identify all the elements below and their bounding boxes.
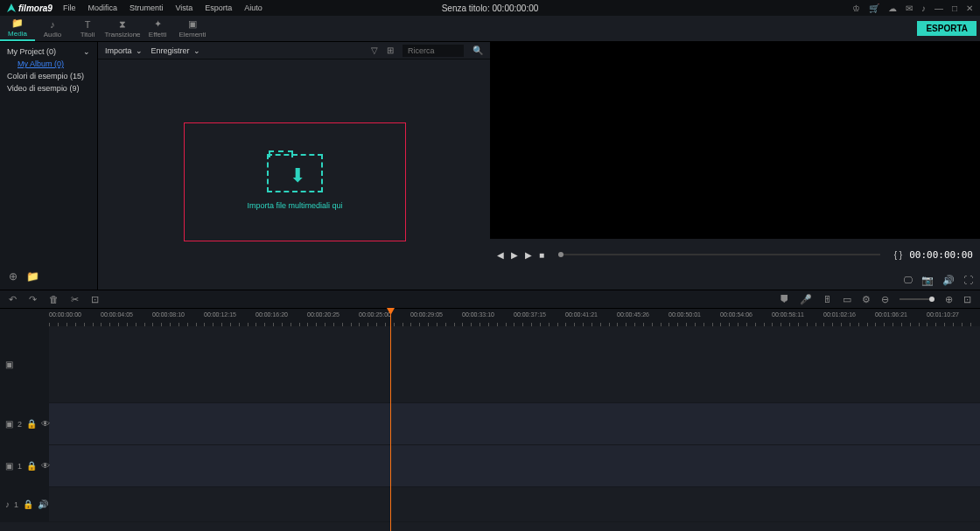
eye-icon[interactable]: 👁 — [41, 419, 50, 429]
ruler-mark: 00:01:02:16 — [823, 311, 856, 318]
tab-effetti[interactable]: ✦ Effetti — [140, 17, 175, 41]
arrow-down-icon: ⬇ — [290, 164, 305, 187]
track-head-spacer: ▣ — [0, 326, 49, 402]
folder-icon: 📁 — [11, 17, 24, 29]
split-icon[interactable]: ✂ — [71, 294, 79, 305]
import-text: Importa file multimediali qui — [247, 201, 342, 210]
preview-panel: ◀ ▶ ▶ ■ { } 00:00:00:00 🖵 📷 🔊 ⛶ — [490, 42, 980, 290]
lock-icon[interactable]: 🔒 — [26, 461, 37, 471]
media-toolbar: Importa ⌄ Enregistrer ⌄ ▽ ⊞ 🔍 — [98, 42, 490, 59]
tab-titoli[interactable]: T Titoli — [70, 17, 105, 41]
close-icon[interactable]: ✕ — [966, 3, 973, 13]
project-icon: ▣ — [5, 360, 13, 369]
lock-icon[interactable]: 🔒 — [26, 419, 37, 429]
ruler-mark: 00:00:33:10 — [462, 311, 494, 318]
text-icon: T — [85, 19, 91, 30]
minimize-icon[interactable]: — — [934, 3, 943, 13]
maximize-icon[interactable]: □ — [952, 3, 957, 13]
progress-thumb[interactable] — [558, 252, 564, 257]
mixer-icon[interactable]: 🎚 — [822, 294, 832, 304]
track-head-a1: ♪ 1 🔒 🔊 — [0, 487, 49, 521]
user-icon[interactable]: ♔ — [852, 3, 860, 13]
progress-bar[interactable] — [558, 254, 880, 255]
track-video-2[interactable]: ▣ 2 🔒 👁 — [0, 403, 980, 445]
ruler-mark: 00:00:41:21 — [565, 311, 598, 318]
fullscreen-icon[interactable]: ⛶ — [963, 275, 973, 285]
add-folder-icon[interactable]: ⊕ — [9, 270, 18, 283]
message-icon[interactable]: ✉ — [906, 3, 913, 13]
play-icon[interactable]: ▶ — [511, 250, 518, 260]
camera-icon[interactable]: 📷 — [921, 275, 934, 286]
track-audio-1[interactable]: ♪ 1 🔒 🔊 — [0, 487, 980, 522]
prev-icon[interactable]: ◀ — [497, 250, 504, 260]
tab-elementi[interactable]: ▣ Elementi — [175, 17, 210, 41]
menu-modifica[interactable]: Modifica — [88, 3, 117, 12]
mic-icon[interactable]: 🎤 — [800, 294, 812, 305]
brackets: { } — [894, 250, 902, 260]
redo-icon[interactable]: ↷ — [29, 294, 37, 305]
transition-icon: ⧗ — [119, 18, 126, 30]
playhead[interactable] — [390, 308, 391, 531]
monitor-icon[interactable]: 🖵 — [903, 275, 913, 285]
importa-dropdown[interactable]: Importa ⌄ — [105, 46, 143, 55]
ruler-mark: 00:00:16:20 — [256, 311, 288, 318]
sidebar-my-project[interactable]: My Project (0) ⌄ — [0, 45, 97, 58]
zoom-slider[interactable] — [900, 298, 934, 300]
chevron-down-icon: ⌄ — [83, 47, 90, 56]
ruler-mark: 00:00:50:01 — [668, 311, 701, 318]
bell-icon[interactable]: ♪ — [921, 3, 926, 13]
zoom-in-icon[interactable]: ⊕ — [945, 294, 953, 305]
fit-icon[interactable]: ⊡ — [963, 294, 971, 305]
menu-file[interactable]: File — [63, 3, 76, 12]
menu-aiuto[interactable]: Aiuto — [244, 3, 262, 12]
ruler-mark: 00:00:08:10 — [152, 311, 185, 318]
shield-icon[interactable]: ⛊ — [780, 294, 789, 304]
menu-strumenti[interactable]: Strumenti — [130, 3, 164, 12]
preview-bottom-bar: 🖵 📷 🔊 ⛶ — [490, 270, 980, 290]
preview-video[interactable] — [490, 42, 980, 239]
menu-esporta[interactable]: Esporta — [205, 3, 232, 12]
eye-icon[interactable]: 👁 — [41, 461, 50, 471]
sidebar-colori[interactable]: Colori di esempio (15) — [0, 70, 97, 82]
import-dropzone[interactable]: ⬇ Importa file multimediali qui — [184, 122, 406, 241]
search-input[interactable] — [402, 45, 464, 57]
tab-media[interactable]: 📁 Media — [0, 17, 35, 41]
menu-vista[interactable]: Vista — [175, 3, 192, 12]
ruler-mark: 00:00:58:11 — [772, 311, 804, 318]
ratio-icon[interactable]: ▭ — [843, 294, 851, 305]
ruler-mark: 00:00:04:05 — [101, 311, 133, 318]
music-icon: ♪ — [50, 19, 55, 30]
track-head-v1: ▣ 1 🔒 👁 — [0, 445, 49, 486]
search-icon[interactable]: 🔍 — [472, 45, 483, 55]
zoom-out-icon[interactable]: ⊖ — [881, 294, 889, 305]
tool-tabs: 📁 Media ♪ Audio T Titoli ⧗ Transizione ✦… — [0, 16, 980, 42]
zoom-thumb[interactable] — [929, 297, 934, 302]
tab-transizione[interactable]: ⧗ Transizione — [105, 17, 140, 41]
grid-icon[interactable]: ⊞ — [387, 45, 394, 55]
export-button[interactable]: ESPORTA — [917, 21, 976, 36]
undo-icon[interactable]: ↶ — [9, 294, 17, 305]
crop-icon[interactable]: ⊡ — [91, 294, 99, 305]
stop-icon[interactable]: ■ — [539, 250, 544, 260]
settings-icon[interactable]: ⚙ — [862, 294, 871, 305]
folder-icon[interactable]: 📁 — [26, 270, 39, 283]
track-video-1[interactable]: ▣ 1 🔒 👁 — [0, 445, 980, 487]
sidebar-video[interactable]: Video di esempio (9) — [0, 82, 97, 94]
lock-icon[interactable]: 🔒 — [23, 500, 33, 509]
ruler-mark: 00:01:10:27 — [927, 311, 959, 318]
volume-icon[interactable]: 🔊 — [942, 275, 955, 286]
titlebar: filmora9 File Modifica Strumenti Vista E… — [0, 0, 980, 16]
filter-icon[interactable]: ▽ — [371, 45, 378, 55]
delete-icon[interactable]: 🗑 — [49, 294, 59, 304]
cloud-icon[interactable]: ☁ — [888, 3, 897, 13]
import-folder-icon: ⬇ — [267, 154, 323, 192]
timeline-ruler[interactable]: 00:00:00:0000:00:04:0500:00:08:1000:00:1… — [0, 309, 980, 326]
sidebar-my-album[interactable]: My Album (0) — [0, 58, 97, 70]
cart-icon[interactable]: 🛒 — [869, 3, 879, 13]
enregistrer-dropdown[interactable]: Enregistrer ⌄ — [151, 46, 200, 55]
ruler-mark: 00:00:00:00 — [49, 311, 81, 318]
ruler-mark: 00:00:29:05 — [410, 311, 443, 318]
tab-audio[interactable]: ♪ Audio — [35, 17, 70, 41]
mute-icon[interactable]: 🔊 — [38, 500, 48, 509]
next-icon[interactable]: ▶ — [525, 250, 532, 260]
